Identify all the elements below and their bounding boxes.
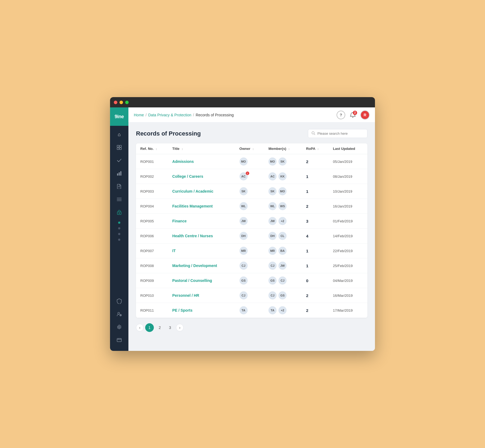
owner-chip: WL xyxy=(240,202,248,210)
cell-ref: ROP009 xyxy=(136,273,168,288)
cell-date: 25/Feb/2019 xyxy=(328,258,367,273)
col-title: Title ↕ xyxy=(168,143,235,154)
page-button-1[interactable]: 1 xyxy=(145,323,154,332)
cell-owner: CJ xyxy=(235,288,264,303)
search-input[interactable] xyxy=(317,131,364,136)
cell-owner: DH xyxy=(235,229,264,243)
cell-title[interactable]: Admissions xyxy=(168,154,235,169)
table-row: ROP008Marketing / DevelopmentCJCJJW125/F… xyxy=(136,258,367,273)
breadcrumb: Home / Data Privacy & Protection / Recor… xyxy=(134,113,337,117)
member-chip: CJ xyxy=(268,291,277,299)
owner-chip: SK xyxy=(240,187,248,195)
col-owner: Owner ↕ xyxy=(235,143,264,154)
cell-ropa: 3 xyxy=(302,214,328,229)
sidebar-item-dashboard[interactable] xyxy=(114,142,125,153)
data-table: Ref. No. ↕ Title ↕ Owner ↕ Member(s) ↕ R… xyxy=(136,143,367,318)
sidebar-item-analytics[interactable] xyxy=(114,168,125,179)
member-chip: BA xyxy=(278,247,287,255)
cell-members: ACKK xyxy=(264,169,302,184)
svg-rect-1 xyxy=(119,145,121,147)
breadcrumb-current: Records of Processing xyxy=(196,113,234,117)
col-ropa: RoPA ↕ xyxy=(302,143,328,154)
member-chip: SK xyxy=(268,187,277,195)
svg-point-14 xyxy=(118,312,120,314)
cell-title[interactable]: Marketing / Development xyxy=(168,258,235,273)
cell-title[interactable]: College / Careers xyxy=(168,169,235,184)
svg-rect-0 xyxy=(117,145,119,147)
member-chip: WL xyxy=(268,202,277,210)
notification-button[interactable]: 2 xyxy=(348,111,357,119)
cell-owner: CJ xyxy=(235,258,264,273)
close-button[interactable] xyxy=(114,101,117,104)
col-members: Member(s) ↕ xyxy=(264,143,302,154)
page-title: Records of Processing xyxy=(136,130,201,137)
cell-ref: ROP004 xyxy=(136,199,168,214)
member-chip: JW xyxy=(268,217,277,225)
cell-members: MRBA xyxy=(264,243,302,258)
member-chip: GS xyxy=(268,276,277,285)
cell-date: 10/Jan/2019 xyxy=(328,184,367,199)
member-chip: GS xyxy=(278,291,287,299)
table-row: ROP001AdmissionsMOMOSK205/Jan/2019 xyxy=(136,154,367,169)
cell-owner: TA xyxy=(235,303,264,318)
member-chip: KK xyxy=(278,172,287,180)
cell-members: WLWS xyxy=(264,199,302,214)
table-row: ROP006Health Centre / NursesDHDHCL414/Fe… xyxy=(136,229,367,243)
next-page-button[interactable]: › xyxy=(176,324,184,331)
member-chip: WS xyxy=(278,202,287,210)
sidebar-item-privacy[interactable] xyxy=(114,207,125,218)
table-row: ROP002College / CareersAC!ACKK108/Jan/20… xyxy=(136,169,367,184)
cell-title[interactable]: Curriculum / Academic xyxy=(168,184,235,199)
cell-date: 16/Jan/2019 xyxy=(328,199,367,214)
member-chip: JW xyxy=(278,262,287,270)
member-chip: MR xyxy=(268,247,277,255)
cell-date: 22/Feb/2019 xyxy=(328,243,367,258)
cell-title[interactable]: Pastoral / Counselling xyxy=(168,273,235,288)
pagination: ‹ 1 2 3 › xyxy=(136,318,367,334)
sidebar-item-tasks[interactable] xyxy=(114,155,125,166)
sidebar-item-documents[interactable] xyxy=(114,181,125,192)
breadcrumb-home[interactable]: Home xyxy=(134,113,144,117)
cell-ropa: 1 xyxy=(302,258,328,273)
sidebar-item-help[interactable] xyxy=(114,335,125,345)
nav-dot-active xyxy=(118,222,120,224)
app-window: 9ine ⌂ xyxy=(110,97,375,351)
help-button[interactable]: ? xyxy=(337,111,345,119)
svg-rect-2 xyxy=(117,148,119,150)
nav-dot-1 xyxy=(118,227,120,229)
breadcrumb-section[interactable]: Data Privacy & Protection xyxy=(148,113,191,117)
owner-chip: TA xyxy=(240,306,248,314)
sidebar-item-list[interactable] xyxy=(114,194,125,205)
page-button-2[interactable]: 2 xyxy=(155,323,164,332)
cell-title[interactable]: Personnel / HR xyxy=(168,288,235,303)
page-button-3[interactable]: 3 xyxy=(166,323,174,332)
cell-ropa: 2 xyxy=(302,199,328,214)
sidebar-item-home[interactable]: ⌂ xyxy=(114,129,125,140)
cell-title[interactable]: Finance xyxy=(168,214,235,229)
svg-rect-3 xyxy=(119,148,121,150)
cell-title[interactable]: Health Centre / Nurses xyxy=(168,229,235,243)
notification-badge: 2 xyxy=(353,111,357,115)
cell-date: 01/Feb/2019 xyxy=(328,214,367,229)
svg-point-13 xyxy=(119,213,120,214)
user-avatar[interactable]: R xyxy=(360,110,370,120)
app-container: 9ine ⌂ xyxy=(110,107,375,351)
svg-point-18 xyxy=(119,327,120,328)
cell-ref: ROP011 xyxy=(136,303,168,318)
nav-dot-2 xyxy=(118,233,120,235)
col-ref: Ref. No. ↕ xyxy=(136,143,168,154)
cell-title[interactable]: IT xyxy=(168,243,235,258)
member-chip: DH xyxy=(268,232,277,240)
logo[interactable]: 9ine xyxy=(110,107,128,126)
cell-members: GSCJ xyxy=(264,273,302,288)
maximize-button[interactable] xyxy=(125,101,129,104)
prev-page-button[interactable]: ‹ xyxy=(136,324,144,331)
sidebar-item-user-mgmt[interactable] xyxy=(114,309,125,319)
titlebar xyxy=(110,97,375,107)
sidebar-item-settings[interactable] xyxy=(114,322,125,332)
minimize-button[interactable] xyxy=(119,101,123,104)
cell-title[interactable]: PE / Sports xyxy=(168,303,235,318)
cell-title[interactable]: Facilities Management xyxy=(168,199,235,214)
search-box[interactable] xyxy=(308,129,367,138)
sidebar-item-shield[interactable] xyxy=(114,296,125,307)
